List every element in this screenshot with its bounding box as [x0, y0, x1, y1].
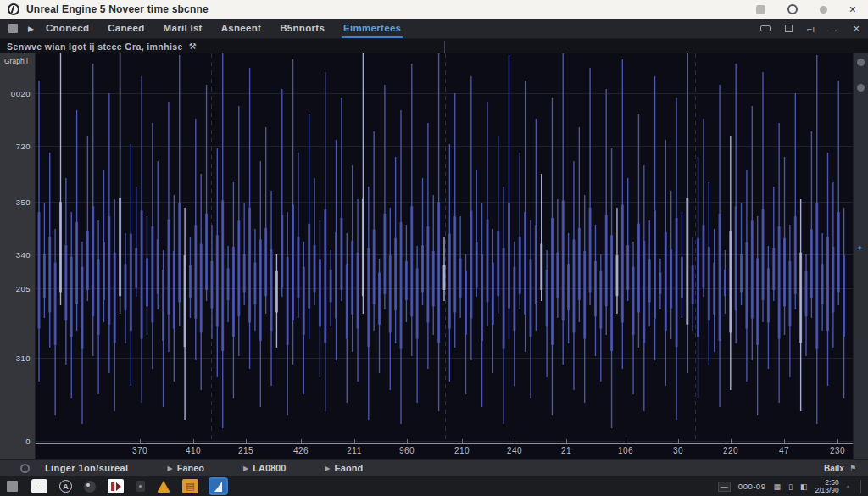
status-item-2[interactable]: ▶ LA0800: [243, 463, 286, 473]
x-axis-tickmark: [731, 439, 732, 443]
y-axis-tick-label: 0020: [11, 89, 31, 98]
x-axis-tickmark: [193, 439, 194, 443]
waveform-plot[interactable]: 370410215426211960210240211063022047230: [36, 53, 853, 459]
toolbar: Senwve wian Igot ij stece Gra, imnhise ⚒: [0, 39, 868, 53]
status-item-3[interactable]: ▶ Eaond: [325, 463, 363, 473]
play-icon: ▶: [243, 465, 248, 472]
toolbar-divider: [444, 41, 445, 53]
y-axis-rail: Graph l 00207203503402053100: [0, 53, 36, 459]
start-button[interactable]: [7, 481, 18, 492]
rail-button-top[interactable]: [857, 59, 865, 66]
taskbar-small-app-icon[interactable]: [136, 481, 145, 492]
window-maximize-button[interactable]: [787, 4, 798, 14]
taskbar-grid-app-icon[interactable]: ▤: [182, 479, 198, 493]
tray-network-icon[interactable]: ▦: [773, 482, 781, 491]
x-axis-tick-label: 47: [779, 446, 789, 455]
window-close-button[interactable]: ×: [849, 3, 856, 15]
play-icon: ▶: [168, 465, 173, 472]
show-desktop-button[interactable]: [860, 480, 861, 493]
taskbar-sphere-app-icon[interactable]: [84, 481, 96, 493]
x-axis-tick-label: 230: [830, 446, 845, 455]
x-axis-tickmark: [626, 439, 626, 443]
panel-maximize-icon[interactable]: [785, 25, 793, 32]
window-title: Unreal Engine 5 Noveer time sbcnne: [26, 3, 209, 15]
status-item-label: Faneo: [177, 463, 204, 473]
y-axis-tick-label: 720: [16, 142, 31, 151]
x-axis-tickmark: [566, 439, 567, 443]
status-record-icon[interactable]: [20, 464, 30, 473]
x-axis-tick-label: 370: [132, 446, 147, 455]
tools-icon[interactable]: ⚒: [189, 42, 197, 51]
status-item-label: LA0800: [253, 463, 286, 473]
x-axis-tick-label: 211: [347, 446, 361, 455]
app-window: Unreal Engine 5 Noveer time sbcnne × ▶ C…: [0, 0, 868, 496]
x-axis-tickmark: [246, 439, 247, 443]
y-axis-tick-label: 0: [25, 437, 31, 446]
tray-notifications-icon[interactable]: ◦: [847, 482, 849, 491]
sparkle-icon[interactable]: ✦: [856, 243, 863, 253]
right-rail: ✦: [853, 53, 868, 459]
menu-item-4[interactable]: Asneent: [221, 20, 261, 37]
status-item-label: Eaond: [335, 463, 364, 473]
title-bar: Unreal Engine 5 Noveer time sbcnne ×: [0, 0, 868, 19]
graph-label: Graph l: [4, 57, 28, 65]
sail-icon: [214, 482, 222, 492]
stop-icon[interactable]: [8, 24, 18, 33]
x-axis-tick-label: 960: [399, 446, 415, 455]
x-axis-tick-label: 21: [561, 446, 571, 455]
play-icon[interactable]: ▶: [28, 25, 34, 33]
clock-date: 2/13/90: [815, 487, 838, 494]
menu-item-5[interactable]: B5nnorts: [280, 20, 325, 37]
rail-button-second[interactable]: [857, 84, 865, 92]
status-bar: Linger 1on/sureal ▶ Faneo ▶ LA0800 ▶ Eao…: [0, 459, 868, 476]
toolbar-text: Senwve wian Igot ij stece Gra, imnhise: [7, 42, 183, 52]
x-axis-tickmark: [407, 439, 408, 443]
menu-item-2[interactable]: Caneed: [108, 20, 144, 37]
menu-item-1[interactable]: Cnonecd: [46, 20, 89, 37]
x-axis-tick-label: 30: [673, 446, 683, 455]
play-icon: ▶: [325, 465, 330, 472]
window-minimize-button[interactable]: [756, 5, 765, 14]
x-axis-tickmark: [462, 439, 463, 443]
menu-bar: ▶ Cnonecd Caneed Maril lst Asneent B5nno…: [0, 19, 868, 39]
x-axis-tickmark: [140, 439, 141, 443]
x-axis-tick-label: 410: [186, 446, 201, 455]
pin-icon[interactable]: ⌐ı: [807, 24, 815, 34]
window-options-button[interactable]: [820, 6, 827, 14]
status-right-label: Bailx: [824, 464, 844, 473]
tray-volume-icon[interactable]: ◧: [800, 482, 808, 491]
x-axis-tick-label: 210: [454, 446, 470, 455]
y-axis-tick-label: 205: [16, 284, 31, 293]
taskbar-media-app-icon[interactable]: [108, 479, 124, 493]
arrow-right-icon[interactable]: →: [829, 24, 838, 34]
x-axis-tickmark: [678, 439, 679, 443]
y-axis-tick-label: 350: [16, 198, 31, 207]
status-item-1[interactable]: ▶ Faneo: [168, 463, 205, 473]
x-axis-tick-label: 215: [238, 446, 253, 455]
tray-clock[interactable]: 2:50 2/13/90: [815, 479, 838, 494]
taskbar-a-app-icon[interactable]: A: [59, 480, 72, 493]
x-axis-tickmark: [515, 439, 515, 443]
x-axis-tickmark: [354, 439, 355, 443]
tray-mute-icon[interactable]: —: [718, 482, 731, 492]
panel-minimize-icon[interactable]: [760, 25, 771, 31]
status-left-label: Linger 1on/sureal: [45, 463, 129, 473]
menu-item-3[interactable]: Maril lst: [164, 20, 203, 37]
x-axis-line: [36, 443, 853, 444]
x-axis-tickmark: [784, 439, 785, 443]
y-axis-tick-label: 310: [16, 354, 31, 363]
taskbar-files-icon[interactable]: ‥: [31, 479, 47, 493]
tray-battery-icon[interactable]: ▯: [788, 482, 793, 491]
x-axis-tick-label: 220: [723, 446, 738, 455]
taskbar-cone-app-icon[interactable]: [157, 481, 170, 493]
x-axis-tickmark: [301, 439, 302, 443]
taskbar: ‥ A ▤ — 000-09 ▦ ▯ ◧ 2:50 2/13/90 ◦: [0, 476, 868, 496]
media-play-icon: [116, 482, 121, 491]
menu-item-active[interactable]: Eimmertees: [343, 20, 401, 37]
chart-panel: Graph l 00207203503402053100 37041021542…: [0, 53, 868, 459]
flag-icon[interactable]: ⚑: [849, 464, 856, 472]
taskbar-active-app-icon[interactable]: [210, 479, 226, 493]
panel-close-icon[interactable]: ×: [853, 22, 860, 35]
x-axis-tick-label: 426: [293, 446, 309, 455]
waveform-svg: [36, 53, 853, 443]
